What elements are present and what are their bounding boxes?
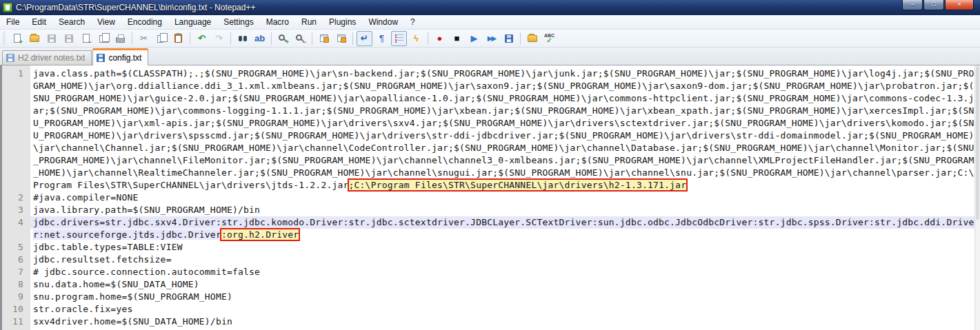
open-containing-folder-icon xyxy=(528,35,537,42)
toolbar-paste-button[interactable] xyxy=(170,31,186,46)
code-segment: U_PROGRAM_HOME)\jar\drivers\spsscmd.jar;… xyxy=(33,130,974,141)
code-segment: #java.compiler=NONE xyxy=(33,192,139,203)
editor-row: _PROGRAM_HOME)\jar\channel\FileMonitor.j… xyxy=(2,154,980,167)
title-bar: C:\ProgramData\STR\SuperCHANNEL\bin\conf… xyxy=(0,0,980,15)
menu-item-search[interactable]: Search xyxy=(52,16,91,28)
maximize-button[interactable]: □ xyxy=(923,0,944,10)
toolbar-macro-run-multiple-button[interactable]: ▶▶ xyxy=(483,31,499,46)
code-text: U_PROGRAM_HOME)\jar\drivers\spsscmd.jar;… xyxy=(30,130,974,142)
toolbar-show-all-characters-button[interactable]: ¶ xyxy=(374,31,390,46)
minimize-button[interactable]: – xyxy=(902,0,923,10)
editor-row: 11sxv4driver.home=$(SNU_DATA_HOME)/bin xyxy=(2,316,980,328)
toolbar-macro-save-button[interactable] xyxy=(501,31,517,46)
spell-check-icon: ABC✓ xyxy=(544,34,554,43)
macro-run-multiple-icon: ▶▶ xyxy=(488,35,495,42)
editor-row: U_PROGRAM_HOME)\jar\xml-apis.jar;$(SNU_P… xyxy=(2,117,980,130)
toolbar-synchronize-vertical-scrolling-button[interactable] xyxy=(316,31,332,46)
line-number xyxy=(2,167,30,179)
paste-icon xyxy=(174,34,182,43)
toolbar-macro-stop-button[interactable]: ■ xyxy=(449,31,465,46)
toolbar-zoom-in-button[interactable]: + xyxy=(275,31,291,46)
toolbar-cut-button[interactable]: ✂ xyxy=(136,31,152,46)
editor-row: ar;$(SNU_PROGRAM_HOME)\jar\commons-loggi… xyxy=(2,105,980,117)
toolbar-synchronize-horizontal-scrolling-button[interactable] xyxy=(333,31,349,46)
new-file-badge-icon: + xyxy=(19,39,23,45)
editor-row: 9snu.program.home=$(SNU_PROGRAM_HOME) xyxy=(2,291,980,303)
code-segment: Program Files\STR\SuperCHANNEL\jar\drive… xyxy=(33,180,349,190)
toolbar-save-all-button[interactable] xyxy=(61,31,77,46)
toolbar-copy-button[interactable] xyxy=(153,31,169,46)
menu-item-encoding[interactable]: Encoding xyxy=(121,16,168,28)
toolbar-show-indent-guide-button[interactable] xyxy=(391,31,407,46)
synchronize-vertical-scrolling-icon xyxy=(320,34,328,42)
code-text: java.library.path=$(SNU_PROGRAM_HOME)/bi… xyxy=(30,204,260,216)
cut-icon: ✂ xyxy=(140,34,148,43)
menu-item-view[interactable]: View xyxy=(91,16,121,28)
toolbar-separator xyxy=(352,32,353,45)
line-number xyxy=(2,154,30,167)
check-icon: ✓ xyxy=(544,38,554,43)
menu-item-settings[interactable]: Settings xyxy=(217,16,259,28)
toolbar-word-wrap-button[interactable]: ↵ xyxy=(357,31,372,46)
code-text: U_PROGRAM_HOME)\jar\xml-apis.jar;$(SNU_P… xyxy=(30,117,974,130)
toolbar-spell-check-button[interactable]: ABC✓ xyxy=(541,31,557,46)
line-number xyxy=(2,142,30,154)
editor-row: r:net.sourceforge.jtds.jdbc.Driver:org.h… xyxy=(2,229,980,241)
editor-row: GRAM_HOME)\jar\org.ddialliance.ddi_3_1.x… xyxy=(2,80,980,92)
toolbar-close-file-button[interactable]: − xyxy=(78,31,94,46)
toolbar-redo-button[interactable]: ↷ xyxy=(211,31,227,46)
code-text: r:net.sourceforge.jtds.jdbc.Driver:org.h… xyxy=(30,229,299,241)
scrollbar-thumb[interactable] xyxy=(976,66,979,220)
vertical-scrollbar[interactable] xyxy=(974,65,980,330)
code-segment: SNU_PROGRAM_HOME)\jar\guice-2.0.jar;$(SN… xyxy=(33,93,974,103)
toolbar-macro-play-button[interactable]: ▶ xyxy=(466,31,482,46)
toolbar-close-all-button[interactable]: − xyxy=(95,31,111,46)
text-editor[interactable]: 1java.class.path=$(CLASSPATH);.;$(SNU_PR… xyxy=(0,65,980,330)
notepadpp-icon xyxy=(3,3,12,12)
editor-row: 6jdbc.resultset.fetchsize= xyxy=(2,254,980,266)
toolbar-print-button[interactable] xyxy=(112,31,128,46)
toolbar-save-button[interactable] xyxy=(43,31,59,46)
annotation-highlight: ;C:\Program Files\STR\SuperCHANNEL\jar\d… xyxy=(349,180,687,190)
zoom-out-badge-icon: − xyxy=(303,39,306,45)
editor-row: 2#java.compiler=NONE xyxy=(2,192,980,204)
toolbar-undo-button[interactable]: ↶ xyxy=(194,31,210,46)
zoom-in-badge-icon: + xyxy=(286,39,289,45)
menu-item-language[interactable]: Language xyxy=(168,16,217,28)
toolbar-open-file-button[interactable] xyxy=(26,31,42,46)
menu-item-help[interactable]: ? xyxy=(404,16,421,28)
editor-row: \jar\channel\Channel.jar;$(SNU_PROGRAM_H… xyxy=(2,142,980,154)
code-text: jdbc.resultset.fetchsize= xyxy=(30,254,172,266)
tab-h2-driver-notes-txt[interactable]: H2 driver notes.txt xyxy=(2,50,92,65)
code-text: GRAM_HOME)\jar\org.ddialliance.ddi_3_1.x… xyxy=(30,80,974,92)
menu-item-macro[interactable]: Macro xyxy=(260,16,295,28)
toolbar-separator xyxy=(520,32,521,45)
line-number xyxy=(2,80,30,92)
undo-icon: ↶ xyxy=(198,34,206,43)
close-all-badge-icon: − xyxy=(106,39,109,45)
toolbar-open-containing-folder-button[interactable] xyxy=(524,31,540,46)
menu-item-file[interactable]: File xyxy=(0,16,26,28)
toolbar-find-button[interactable] xyxy=(234,31,250,46)
line-number: 2 xyxy=(2,192,30,204)
tab-config-txt[interactable]: config.txt xyxy=(92,48,148,65)
toolbar-user-defined-dialog-button[interactable]: ϟ xyxy=(408,31,424,46)
menu-item-edit[interactable]: Edit xyxy=(26,16,52,28)
code-segment: snu.data.home=$(SNU_DATA_HOME) xyxy=(33,279,199,289)
line-number: 8 xyxy=(2,278,30,291)
menu-item-window[interactable]: Window xyxy=(362,16,404,28)
editor-row: 8snu.data.home=$(SNU_DATA_HOME) xyxy=(2,278,980,291)
line-number xyxy=(2,229,30,241)
saved-floppy-icon xyxy=(97,54,105,62)
toolbar-replace-button[interactable]: ab xyxy=(252,31,268,46)
toolbar-zoom-out-button[interactable]: − xyxy=(292,31,308,46)
toolbar-new-file-button[interactable]: + xyxy=(9,31,25,46)
menu-item-plugins[interactable]: Plugins xyxy=(323,16,362,28)
toolbar-separator xyxy=(271,32,272,45)
code-segment: snu.program.home=$(SNU_PROGRAM_HOME) xyxy=(33,291,232,302)
code-text: jdbc.drivers=str.jdbc.sxv4.Driver:str.jd… xyxy=(30,216,980,229)
close-button[interactable]: × xyxy=(945,0,974,10)
menu-item-run[interactable]: Run xyxy=(295,16,323,28)
toolbar-macro-record-button[interactable]: ● xyxy=(432,31,448,46)
zoom-in-icon xyxy=(279,34,285,41)
